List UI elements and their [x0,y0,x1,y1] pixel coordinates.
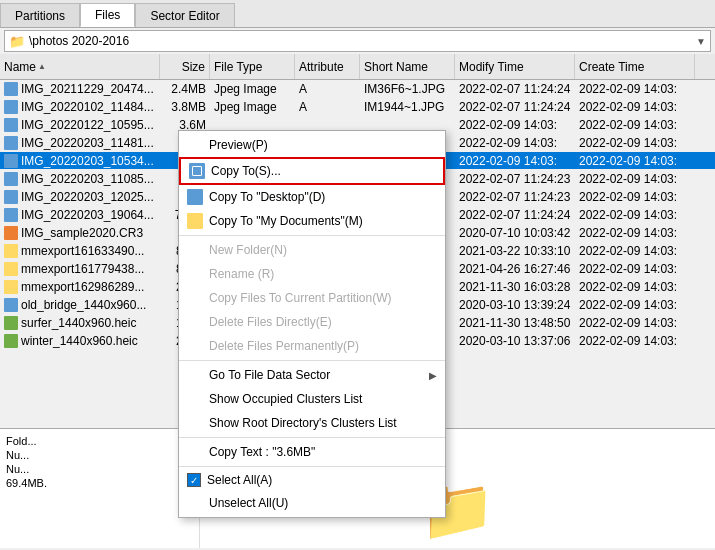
file-createtime: 2022-02-09 14:03: [575,134,695,151]
file-name: IMG_20211229_20474... [0,80,160,97]
ctx-item-copy-to[interactable]: Copy To(S)... [179,157,445,185]
file-name: old_bridge_1440x960... [0,296,160,313]
ctx-separator [179,437,445,438]
file-icon [4,136,18,150]
file-size: 2.4MB [160,80,210,97]
ctx-item-copy-text[interactable]: Copy Text : "3.6MB" [179,440,445,464]
file-modtime: 2021-04-26 16:27:46 [455,260,575,277]
file-icon [4,334,18,348]
ctx-separator [179,466,445,467]
context-menu: Preview(P) Copy To(S)...Copy To "Desktop… [178,130,446,518]
file-createtime: 2022-02-09 14:03: [575,332,695,349]
file-modtime: 2022-02-07 11:24:24 [455,206,575,223]
ctx-item-copy-to-mydocs[interactable]: Copy To "My Documents"(M) [179,209,445,233]
folder-icon: 📁 [9,34,25,49]
file-icon [4,118,18,132]
file-icon [4,190,18,204]
file-shortname: IM1944~1.JPG [360,98,455,115]
tab-bar: Partitions Files Sector Editor [0,0,715,28]
ctx-item-new-folder: New Folder(N) [179,238,445,262]
ctx-item-preview[interactable]: Preview(P) [179,133,445,157]
file-type: Jpeg Image [210,80,295,97]
file-createtime: 2022-02-09 14:03: [575,242,695,259]
file-createtime: 2022-02-09 14:03: [575,170,695,187]
file-row[interactable]: IMG_20220102_11484... 3.8MB Jpeg Image A… [0,98,715,116]
sort-icon-name: ▲ [38,62,46,71]
ctx-item-delete-permanently: Delete Files Permanently(P) [179,334,445,358]
ctx-item-show-clusters[interactable]: Show Occupied Clusters List [179,387,445,411]
file-name: mmexport162986289... [0,278,160,295]
col-header-size[interactable]: Size [160,54,210,79]
file-name: surfer_1440x960.heic [0,314,160,331]
file-createtime: 2022-02-09 14:03: [575,188,695,205]
file-createtime: 2022-02-09 14:03: [575,152,695,169]
col-header-filetype[interactable]: File Type [210,54,295,79]
file-name: mmexport161779438... [0,260,160,277]
file-icon [4,100,18,114]
tab-files[interactable]: Files [80,3,135,27]
file-name: IMG_20220203_10534... [0,152,160,169]
address-dropdown-icon[interactable]: ▼ [696,36,706,47]
file-createtime: 2022-02-09 14:03: [575,116,695,133]
ctx-item-copy-to-desktop[interactable]: Copy To "Desktop"(D) [179,185,445,209]
file-row[interactable]: IMG_20211229_20474... 2.4MB Jpeg Image A… [0,80,715,98]
col-header-shortname[interactable]: Short Name [360,54,455,79]
file-icon [4,82,18,96]
file-modtime: 2020-07-10 10:03:42 [455,224,575,241]
file-icon [4,280,18,294]
file-name: IMG_20220203_19064... [0,206,160,223]
file-modtime: 2022-02-07 11:24:24 [455,80,575,97]
file-createtime: 2022-02-09 14:03: [575,260,695,277]
ctx-item-unselect-all[interactable]: Unselect All(U) [179,491,445,515]
file-icon [4,154,18,168]
file-name: IMG_sample2020.CR3 [0,224,160,241]
col-header-createtime[interactable]: Create Time [575,54,695,79]
file-createtime: 2022-02-09 14:03: [575,80,695,97]
file-icon [4,316,18,330]
file-modtime: 2021-03-22 10:33:10 [455,242,575,259]
file-type: Jpeg Image [210,98,295,115]
file-modtime: 2021-11-30 16:03:28 [455,278,575,295]
file-modtime: 2020-03-10 13:37:06 [455,332,575,349]
file-createtime: 2022-02-09 14:03: [575,314,695,331]
file-size: 3.8MB [160,98,210,115]
ctx-item-show-root-clusters[interactable]: Show Root Directory's Clusters List [179,411,445,435]
col-header-attribute[interactable]: Attribute [295,54,360,79]
file-attr: A [295,98,360,115]
bottom-info: Fold... Nu... Nu... 69.4MB. [0,429,200,548]
file-icon [4,226,18,240]
file-createtime: 2022-02-09 14:03: [575,296,695,313]
ctx-item-rename: Rename (R) [179,262,445,286]
file-icon [4,262,18,276]
ctx-item-delete-directly: Delete Files Directly(E) [179,310,445,334]
col-header-name[interactable]: Name ▲ [0,54,160,79]
file-icon [4,208,18,222]
ctx-separator [179,235,445,236]
column-header: Name ▲ Size File Type Attribute Short Na… [0,54,715,80]
file-modtime: 2022-02-07 11:24:24 [455,98,575,115]
file-createtime: 2022-02-09 14:03: [575,224,695,241]
file-createtime: 2022-02-09 14:03: [575,98,695,115]
file-icon [4,298,18,312]
info-num1: Nu... [6,449,193,461]
file-createtime: 2022-02-09 14:03: [575,206,695,223]
file-createtime: 2022-02-09 14:03: [575,278,695,295]
file-icon [4,172,18,186]
ctx-item-copy-current-partition: Copy Files To Current Partition(W) [179,286,445,310]
ctx-item-goto-sector[interactable]: Go To File Data Sector▶ [179,363,445,387]
info-size: 69.4MB. [6,477,193,489]
col-header-modtime[interactable]: Modify Time [455,54,575,79]
file-attr: A [295,80,360,97]
file-modtime: 2022-02-07 11:24:23 [455,188,575,205]
submenu-arrow: ▶ [429,370,437,381]
file-name: winter_1440x960.heic [0,332,160,349]
tab-partitions[interactable]: Partitions [0,3,80,27]
file-name: IMG_20220203_12025... [0,188,160,205]
tab-sector-editor[interactable]: Sector Editor [135,3,234,27]
address-bar: 📁 \photos 2020-2016 ▼ [4,30,711,52]
ctx-separator [179,360,445,361]
file-icon [4,244,18,258]
ctx-item-select-all[interactable]: ✓Select All(A) [179,469,445,491]
info-num2: Nu... [6,463,193,475]
file-name: mmexport161633490... [0,242,160,259]
